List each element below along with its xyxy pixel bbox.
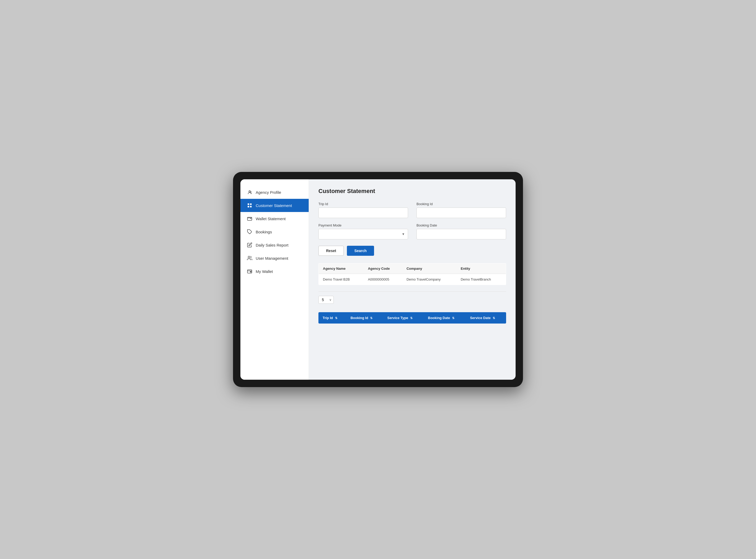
divider — [318, 291, 506, 292]
booking-date-group: Booking Date — [416, 223, 506, 240]
sidebar-label-wallet-statement: Wallet Statement — [256, 217, 286, 221]
svg-rect-1 — [248, 204, 249, 205]
agency-table: Agency Name Agency Code Company Entity — [318, 263, 506, 285]
booking-id-group: Booking Id — [416, 202, 506, 218]
booking-date-input[interactable] — [416, 229, 506, 240]
reset-button[interactable]: Reset — [318, 246, 344, 256]
col-service-type[interactable]: Service Type ⇅ — [383, 312, 423, 323]
tag-icon — [247, 229, 253, 235]
col-entity: Entity — [457, 263, 506, 274]
col-trip-id[interactable]: Trip Id ⇅ — [318, 312, 346, 323]
trip-id-input[interactable] — [318, 207, 408, 218]
booking-date-label: Booking Date — [416, 223, 506, 227]
payment-mode-label: Payment Mode — [318, 223, 408, 227]
svg-rect-2 — [250, 204, 252, 205]
pagination-row: 5 10 25 50 ∨ — [318, 296, 506, 304]
sort-icon-trip-id: ⇅ — [335, 316, 337, 320]
sidebar-label-daily-sales-report: Daily Sales Report — [256, 243, 289, 247]
grid-icon — [247, 202, 253, 208]
sidebar-item-wallet-statement[interactable]: Wallet Statement — [240, 212, 309, 225]
col-agency-code: Agency Code — [364, 263, 403, 274]
page-size-wrapper: 5 10 25 50 ∨ — [318, 296, 334, 304]
svg-rect-8 — [250, 272, 251, 272]
col-service-date[interactable]: Service Date ⇅ — [466, 312, 506, 323]
sidebar-item-daily-sales-report[interactable]: Daily Sales Report — [240, 238, 309, 251]
col-agency-name: Agency Name — [319, 263, 364, 274]
payment-mode-group: Payment Mode ▼ — [318, 223, 408, 240]
trip-id-group: Trip Id — [318, 202, 408, 218]
sidebar-label-agency-profile: Agency Profile — [256, 190, 281, 195]
main-content: Customer Statement Trip Id Booking Id Pa… — [309, 179, 516, 380]
my-wallet-icon — [247, 268, 253, 274]
sort-icon-service-type: ⇅ — [410, 316, 413, 320]
cell-company: Demo TravelCompany — [402, 274, 456, 285]
search-form: Trip Id Booking Id Payment Mode ▼ — [318, 202, 506, 240]
pencil-icon — [247, 242, 253, 248]
cell-agency-name: Demo Travel B2B — [319, 274, 364, 285]
sort-icon-booking-id: ⇅ — [370, 316, 372, 320]
booking-id-label: Booking Id — [416, 202, 506, 206]
cell-agency-code: A0000000005 — [364, 274, 403, 285]
page-size-select[interactable]: 5 10 25 50 — [318, 296, 334, 304]
svg-rect-4 — [250, 206, 252, 207]
results-table-header-row: Trip Id ⇅ Booking Id ⇅ Service Type ⇅ — [318, 312, 506, 323]
svg-point-0 — [249, 191, 250, 192]
sidebar-label-bookings: Bookings — [256, 230, 272, 234]
agency-table-header-row: Agency Name Agency Code Company Entity — [319, 263, 506, 274]
search-button[interactable]: Search — [347, 246, 374, 256]
booking-id-input[interactable] — [416, 207, 506, 218]
sidebar: Agency Profile Customer Statement — [240, 179, 309, 380]
sort-icon-service-date: ⇅ — [492, 316, 495, 320]
col-booking-id[interactable]: Booking Id ⇅ — [346, 312, 383, 323]
payment-mode-select[interactable] — [318, 229, 408, 240]
sidebar-label-customer-statement: Customer Statement — [256, 203, 292, 208]
svg-rect-3 — [248, 206, 249, 207]
wallet-icon — [247, 216, 253, 222]
sidebar-item-customer-statement[interactable]: Customer Statement — [240, 199, 309, 212]
table-row[interactable]: Demo Travel B2B A0000000005 Demo TravelC… — [319, 274, 506, 285]
action-buttons: Reset Search — [318, 246, 506, 256]
sort-icon-booking-date: ⇅ — [452, 316, 454, 320]
payment-mode-select-wrapper: ▼ — [318, 229, 408, 240]
sidebar-label-user-management: User Management — [256, 256, 288, 261]
page-title: Customer Statement — [318, 188, 506, 195]
sidebar-item-bookings[interactable]: Bookings — [240, 225, 309, 238]
trip-id-label: Trip Id — [318, 202, 408, 206]
user-management-icon — [247, 255, 253, 261]
svg-point-6 — [248, 256, 250, 258]
sidebar-item-my-wallet[interactable]: My Wallet — [240, 265, 309, 278]
cell-entity: Demo TravelBranch — [457, 274, 506, 285]
sidebar-item-user-management[interactable]: User Management — [240, 251, 309, 265]
sidebar-item-agency-profile[interactable]: Agency Profile — [240, 186, 309, 199]
results-table: Trip Id ⇅ Booking Id ⇅ Service Type ⇅ — [318, 312, 506, 323]
col-company: Company — [402, 263, 456, 274]
sidebar-label-my-wallet: My Wallet — [256, 269, 273, 274]
col-booking-date[interactable]: Booking Date ⇅ — [424, 312, 466, 323]
agency-icon — [247, 189, 253, 195]
